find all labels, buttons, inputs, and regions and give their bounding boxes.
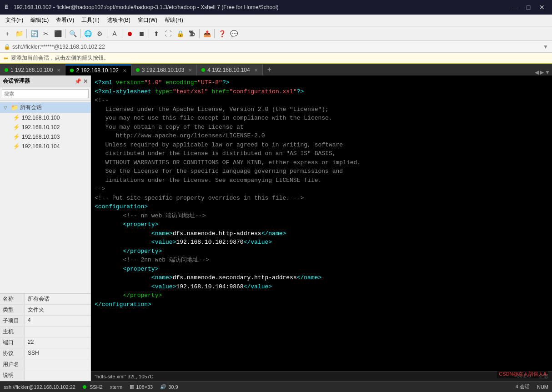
tree-root-label: 所有会话 xyxy=(20,104,42,111)
tree-root[interactable]: ▽ 📁 所有会话 xyxy=(0,102,90,113)
toolbar-lock[interactable]: 🔒 xyxy=(175,28,186,39)
toolbar-stop[interactable]: ⏹ xyxy=(136,28,147,39)
sidebar-header: 会话管理器 📌 ✕ xyxy=(0,75,90,87)
maximize-button[interactable]: □ xyxy=(522,1,535,13)
toolbar-open[interactable]: 📁 xyxy=(14,28,25,39)
tree-host-102[interactable]: ⚡ 192.168.10.102 xyxy=(0,122,90,132)
props-row-username: 用户名 xyxy=(0,359,90,370)
bottom-xterm: xterm xyxy=(110,384,123,390)
toolbar-new[interactable]: + xyxy=(2,28,13,39)
terminal-line-3: <!-- xyxy=(95,96,548,105)
tab-prev-icon[interactable]: ◀ xyxy=(535,69,539,75)
tab-nav[interactable]: ◀ ▶ ▼ xyxy=(535,69,552,75)
toolbar-font[interactable]: A xyxy=(109,28,120,39)
terminal-line-17: <!-- Put site-specific property override… xyxy=(95,194,548,203)
toolbar-sep7 xyxy=(199,29,200,38)
toolbar-record[interactable]: ⏺ xyxy=(124,28,135,39)
address-text: ssh://fickler:******@192.168.10.102:22 xyxy=(12,44,541,50)
toolbar-btn4[interactable]: 🌐 xyxy=(82,28,93,39)
terminal-line-12: WITHOUT WARRANTIES OR CONDITIONS OF ANY … xyxy=(95,158,548,167)
tab-next-icon[interactable]: ▶ xyxy=(540,69,544,75)
tab4-dot xyxy=(201,68,205,72)
terminal-line-13: See the License for the specific languag… xyxy=(95,167,548,176)
host-label-102: 192.168.10.102 xyxy=(22,124,60,131)
toolbar-sep8 xyxy=(214,29,215,38)
props-key-children: 子项目 xyxy=(0,316,25,326)
tab1-label: 1 192.168.10.100 xyxy=(10,67,53,73)
bottom-zoom: 30,9 xyxy=(168,384,178,390)
bottom-size-icon: ▦ xyxy=(130,384,134,390)
tab2-close[interactable]: ✕ xyxy=(123,68,126,73)
menu-tools[interactable]: 工具(T) xyxy=(78,15,103,25)
menu-help[interactable]: 帮助(H) xyxy=(161,15,187,25)
tree-expand-root: ▽ xyxy=(4,105,9,110)
tree-host-103[interactable]: ⚡ 192.168.10.103 xyxy=(0,132,90,141)
tab1-close[interactable]: ✕ xyxy=(57,68,60,73)
tab-2[interactable]: 2 192.168.10.102 ✕ xyxy=(65,65,131,75)
toolbar-comment[interactable]: 💬 xyxy=(228,28,239,39)
props-val-port: 22 xyxy=(25,337,90,348)
tab-menu-icon[interactable]: ▼ xyxy=(545,69,550,75)
tab4-close[interactable]: ✕ xyxy=(254,68,258,73)
host-label-103: 192.168.10.103 xyxy=(22,134,60,140)
tab3-close[interactable]: ✕ xyxy=(188,68,192,73)
menu-file[interactable]: 文件(F) xyxy=(2,15,27,25)
toolbar-sep3 xyxy=(80,29,80,38)
props-key-type: 类型 xyxy=(0,305,25,315)
menu-window[interactable]: 窗口(W) xyxy=(134,15,161,25)
sidebar-pin-icon[interactable]: 📌 xyxy=(75,78,81,85)
minimize-button[interactable]: — xyxy=(508,1,521,13)
tab-3[interactable]: 3 192.168.10.103 ✕ xyxy=(131,65,197,75)
sidebar-header-icons: 📌 ✕ xyxy=(75,78,88,85)
terminal-line-24: <value>192.168.10.102:9870</value> xyxy=(95,238,548,247)
address-dropdown[interactable]: ▼ xyxy=(543,44,548,50)
toolbar-sftp[interactable]: 📤 xyxy=(201,28,212,39)
menu-edit[interactable]: 编辑(E) xyxy=(27,15,52,25)
toolbar-sep2 xyxy=(65,29,65,38)
close-button[interactable]: ✕ xyxy=(536,1,548,13)
tabs-bar: 1 192.168.10.100 ✕ 2 192.168.10.102 ✕ 3 … xyxy=(0,64,552,75)
lock-icon: 🔒 xyxy=(4,44,10,50)
tab2-dot xyxy=(70,69,74,72)
toolbar-btn1[interactable]: 🔄 xyxy=(29,28,40,39)
props-row-name: 名称 所有会话 xyxy=(0,294,90,305)
toolbar-transfer[interactable]: ⬆ xyxy=(151,28,162,39)
terminal-line-25: </property> xyxy=(95,247,548,256)
toolbar-help[interactable]: ❓ xyxy=(216,28,227,39)
tab-4[interactable]: 4 192.168.10.104 ✕ xyxy=(197,65,262,75)
title-bar: 🖥 192.168.10.102 - fickler@hadoop102:/op… xyxy=(0,0,552,15)
sidebar-search xyxy=(0,87,90,101)
toolbar-btn2[interactable]: ✂ xyxy=(40,28,51,39)
terminal-status-file: "hdfs-site.xml" 32L, 1057C xyxy=(95,374,153,379)
bottom-right-section: 4 会话 NUM xyxy=(516,383,548,390)
toolbar-key[interactable]: 🗜 xyxy=(186,28,197,39)
search-input[interactable] xyxy=(2,89,89,98)
terminal-line-21: <!-- nn web 端访问地址--> xyxy=(95,211,548,221)
props-val-protocol: SSH xyxy=(25,348,90,359)
toolbar-sep4 xyxy=(107,29,107,38)
props-val-children: 4 xyxy=(25,316,90,326)
toolbar-search[interactable]: 🔍 xyxy=(67,28,78,39)
terminal-line-5: you may not use this file except in comp… xyxy=(95,114,548,123)
terminal-line-11: distributed under the License is distrib… xyxy=(95,149,548,158)
terminal-line-26: <!-- 2nn web 端访问地址--> xyxy=(95,256,548,265)
host-icon-103: ⚡ xyxy=(13,133,20,140)
sidebar-tree: ▽ 📁 所有会话 ⚡ 192.168.10.100 ⚡ 192.168.10.1… xyxy=(0,101,90,293)
menu-view[interactable]: 查看(V) xyxy=(52,15,78,25)
toolbar-expand[interactable]: ⛶ xyxy=(163,28,174,39)
tab-add-button[interactable]: + xyxy=(264,64,275,75)
tree-host-104[interactable]: ⚡ 192.168.10.104 xyxy=(0,141,90,151)
menu-bar: 文件(F) 编辑(E) 查看(V) 工具(T) 选项卡(B) 窗口(W) 帮助(… xyxy=(0,15,552,26)
tab-1[interactable]: 1 192.168.10.100 ✕ xyxy=(0,65,65,75)
terminal-content[interactable]: <?xml version="1.0" encoding="UTF-8"?> <… xyxy=(91,75,552,371)
terminal-area[interactable]: <?xml version="1.0" encoding="UTF-8"?> <… xyxy=(91,75,552,381)
menu-tabs[interactable]: 选项卡(B) xyxy=(103,15,134,25)
tree-host-100[interactable]: ⚡ 192.168.10.100 xyxy=(0,113,90,122)
toolbar-btn5[interactable]: ⚙ xyxy=(94,28,105,39)
terminal-line-10: Unless required by applicable law or agr… xyxy=(95,141,548,150)
terminal-status-bar: "hdfs-site.xml" 32L, 1057C 30,2-9 全部 xyxy=(91,371,552,381)
sidebar-close-icon[interactable]: ✕ xyxy=(83,78,88,85)
terminal-line-2: <?xml-stylesheet type="text/xsl" href="c… xyxy=(95,87,548,96)
toolbar-btn3[interactable]: ⬛ xyxy=(52,28,63,39)
notif-icon: ⬅ xyxy=(4,55,8,61)
